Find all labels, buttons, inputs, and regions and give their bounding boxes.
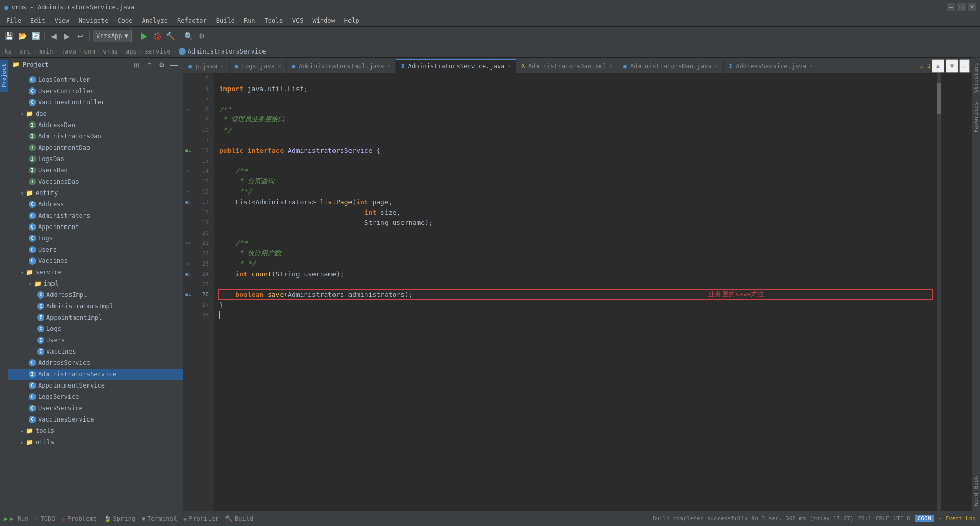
close-button[interactable]: ✕ xyxy=(968,3,976,11)
tree-item-logs-service[interactable]: C LogsService xyxy=(8,391,183,402)
fold-icon[interactable]: ▾ xyxy=(187,107,190,112)
menu-build[interactable]: Build xyxy=(212,16,239,25)
project-close-btn[interactable]: — xyxy=(169,60,179,69)
toolbar-recent-btn[interactable]: ↩ xyxy=(75,30,86,42)
tab-administrators-dao-xml[interactable]: X AdministratorsDao.xml ✕ xyxy=(516,59,618,73)
word-book-tab[interactable]: Word Book xyxy=(972,471,980,511)
tab-close-btn[interactable]: ✕ xyxy=(715,63,718,69)
run-button[interactable]: ▶ xyxy=(138,30,150,42)
toolbar-open-btn[interactable]: 📂 xyxy=(16,30,28,42)
menu-file[interactable]: File xyxy=(2,16,25,25)
maximize-button[interactable]: □ xyxy=(957,3,966,11)
menu-analyze[interactable]: Analyze xyxy=(137,16,172,25)
vertical-scrollbar[interactable] xyxy=(937,73,941,511)
tree-item-logs-impl[interactable]: C Logs xyxy=(8,323,183,335)
tab-nav-down[interactable]: ▼ xyxy=(946,59,958,73)
tree-item-users-dao[interactable]: I UsersDao xyxy=(8,165,183,176)
profiler-panel-btn[interactable]: ◈ Profiler xyxy=(183,515,219,522)
breadcrumb-main[interactable]: main xyxy=(39,48,54,55)
tab-p-java[interactable]: ● p.java ✕ xyxy=(183,59,230,73)
spring-panel-btn[interactable]: 🍃 Spring xyxy=(103,515,135,522)
menu-view[interactable]: View xyxy=(50,16,74,25)
tree-item-users-entity[interactable]: C Users xyxy=(8,244,183,255)
tree-item-vaccines-controller[interactable]: C VaccinesController xyxy=(8,97,183,108)
problems-panel-btn[interactable]: ⚠ Problems xyxy=(62,515,97,522)
project-collapse-btn[interactable]: ≡ xyxy=(145,60,154,69)
menu-code[interactable]: Code xyxy=(114,16,137,25)
menu-edit[interactable]: Edit xyxy=(26,16,49,25)
breadcrumb-com[interactable]: com xyxy=(84,48,95,55)
menu-tools[interactable]: Tools xyxy=(260,16,287,25)
tree-item-vaccines-entity[interactable]: C Vaccines xyxy=(8,255,183,267)
tree-item-address-impl[interactable]: C AddressImpl xyxy=(8,289,183,301)
tree-item-utils-folder[interactable]: ▸ 📁 utils xyxy=(8,436,183,448)
project-settings-btn[interactable]: ⚙ xyxy=(157,60,166,69)
down-arrow-icon[interactable]: ↓ xyxy=(188,199,191,205)
tab-close-btn[interactable]: ✕ xyxy=(221,63,224,69)
tree-item-logs-dao[interactable]: I LogsDao xyxy=(8,153,183,165)
todo-panel-btn[interactable]: ≡ TODO xyxy=(34,515,55,522)
minimize-button[interactable]: ─ xyxy=(947,3,955,11)
code-editor[interactable]: ▾ ● ↓ ▾ ▾ ●↓ xyxy=(183,73,972,511)
toolbar-back-btn[interactable]: ◀ xyxy=(48,30,59,42)
tree-item-vaccines-service[interactable]: C VaccinesService xyxy=(8,414,183,425)
tree-item-appointment-service[interactable]: C AppointmentService xyxy=(8,380,183,391)
tree-item-dao-folder[interactable]: ▾ 📁 dao xyxy=(8,108,183,119)
fold-icon[interactable]: ▾ xyxy=(187,261,190,267)
tree-item-administrators-service[interactable]: I AdministratorsService xyxy=(8,369,183,380)
project-expand-btn[interactable]: ⊞ xyxy=(132,60,142,69)
toolbar-settings-btn[interactable]: ⚙ xyxy=(197,30,208,42)
tree-item-entity-folder[interactable]: ▾ 📁 entity xyxy=(8,187,183,199)
breadcrumb-current[interactable]: AdministratorsService xyxy=(188,48,266,55)
tree-item-service-folder[interactable]: ▾ 📁 service xyxy=(8,267,183,278)
tree-item-logs-controller[interactable]: C LogsController xyxy=(8,74,183,85)
tab-recent-btn[interactable]: ≡ xyxy=(959,59,970,73)
tree-item-users-controller[interactable]: C UsersController xyxy=(8,85,183,97)
structure-tab[interactable]: Structure xyxy=(972,58,980,97)
menu-help[interactable]: Help xyxy=(340,16,363,25)
tab-close-btn[interactable]: ✕ xyxy=(387,63,390,69)
toolbar-search-btn[interactable]: 🔍 xyxy=(183,30,195,42)
tree-item-appointment-impl[interactable]: C AppointmentImpl xyxy=(8,312,183,323)
tree-item-users-service[interactable]: C UsersService xyxy=(8,402,183,414)
project-dropdown[interactable]: VrmsApp ▼ xyxy=(93,30,132,42)
menu-refactor[interactable]: Refactor xyxy=(173,16,211,25)
menu-window[interactable]: Window xyxy=(308,16,339,25)
tree-item-address-entity[interactable]: C Address xyxy=(8,199,183,210)
breadcrumb-ks[interactable]: ks xyxy=(4,48,11,55)
build-panel-btn[interactable]: 🔨 Build xyxy=(225,515,253,522)
tree-item-appointment-dao[interactable]: I AppointmentDao xyxy=(8,142,183,153)
tree-item-address-service[interactable]: C AddressService xyxy=(8,357,183,369)
tree-item-vaccines-dao[interactable]: I VaccinesDao xyxy=(8,176,183,187)
menu-navigate[interactable]: Navigate xyxy=(75,16,113,25)
tree-item-users-impl[interactable]: C Users xyxy=(8,335,183,346)
tree-item-administrators-entity[interactable]: C Administrators xyxy=(8,210,183,221)
build-button[interactable]: 🔨 xyxy=(165,30,177,42)
fold-icon[interactable]: ▾ xyxy=(187,168,190,174)
tab-close-btn[interactable]: ✕ xyxy=(507,63,511,69)
tree-item-appointment-entity[interactable]: C Appointment xyxy=(8,221,183,233)
tab-close-btn[interactable]: ✕ xyxy=(609,63,612,69)
breadcrumb-service[interactable]: service xyxy=(145,48,171,55)
tab-administrators-service[interactable]: I AdministratorsService.java ✕ xyxy=(396,59,516,73)
breadcrumb-src[interactable]: src xyxy=(20,48,31,55)
tab-logs-java[interactable]: ● Logs.java ✕ xyxy=(230,59,287,73)
breadcrumb-java[interactable]: java xyxy=(61,48,76,55)
menu-run[interactable]: Run xyxy=(240,16,259,25)
tab-administrators-impl[interactable]: ● AdministratorsImpl.java ✕ xyxy=(287,59,396,73)
terminal-panel-btn[interactable]: ▣ Terminal xyxy=(142,515,177,522)
fold-icon[interactable]: ▾ xyxy=(188,240,191,246)
tab-close-btn[interactable]: ✕ xyxy=(810,63,813,69)
toolbar-forward-btn[interactable]: ▶ xyxy=(61,30,73,42)
toolbar-sync-btn[interactable]: 🔄 xyxy=(30,30,41,42)
code-area[interactable]: import java.util.List; /** * 管理员业务层接口 */ xyxy=(214,73,937,511)
tab-administrators-dao[interactable]: ● AdministratorsDao.java ✕ xyxy=(618,59,724,73)
tree-item-administrators-dao[interactable]: I AdministratorsDao xyxy=(8,131,183,142)
tab-close-btn[interactable]: ✕ xyxy=(278,63,281,69)
tree-item-vaccines-impl[interactable]: C Vaccines xyxy=(8,346,183,357)
breadcrumb-vrms[interactable]: vrms xyxy=(103,48,118,55)
breadcrumb-app[interactable]: app xyxy=(126,48,137,55)
tree-item-impl-folder[interactable]: ▾ 📁 impl xyxy=(8,278,183,289)
tree-item-address-dao[interactable]: I AddressDao xyxy=(8,119,183,131)
menu-vcs[interactable]: VCS xyxy=(288,16,308,25)
